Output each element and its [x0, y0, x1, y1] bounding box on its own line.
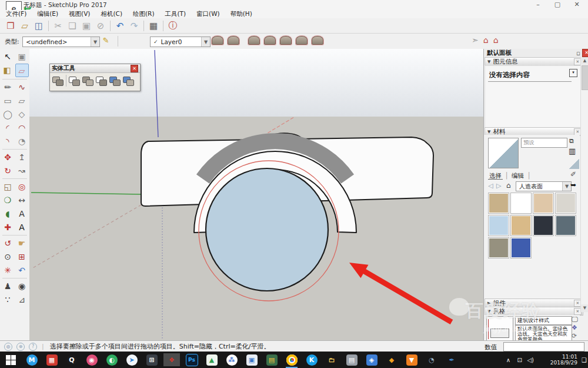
select-cursor-icon[interactable]: ➣ [472, 35, 479, 45]
pie-tool[interactable]: ◔ [16, 135, 28, 147]
new-file-icon[interactable]: ❒ [4, 19, 18, 32]
tape-measure-tool[interactable]: ❍ [2, 194, 14, 206]
chevron-down-icon[interactable]: ▼ [91, 37, 99, 47]
pink-circle-app-icon[interactable]: ◉ [83, 353, 100, 366]
toggle-details-icon[interactable]: ▾ [569, 69, 577, 77]
scroll-down-icon[interactable]: ▼ [581, 304, 588, 312]
scroll-thumb[interactable] [582, 65, 588, 90]
zoom-extents-tool[interactable]: ✳ [2, 264, 14, 276]
push-pull-tool[interactable]: ↥ [16, 151, 28, 163]
cut-icon[interactable]: ✂ [51, 19, 65, 32]
material-swatch[interactable] [488, 215, 509, 236]
three-point-arc-tool[interactable]: ◝ [2, 135, 14, 147]
eyedropper-icon[interactable]: ✐ [570, 170, 576, 178]
photoshop-icon[interactable]: Ps [183, 353, 200, 366]
circles-app-icon[interactable]: ⁂ [223, 353, 240, 366]
layer-dropdown[interactable]: ✓ Layer0▼ [150, 37, 211, 47]
erase-icon[interactable]: ⊘ [93, 19, 108, 32]
eraser-tool[interactable]: ▱ [15, 64, 29, 77]
menu-item-2[interactable]: 视图(V) [68, 10, 91, 18]
redo-icon[interactable]: ↷ [127, 19, 141, 32]
orange-app-icon[interactable]: ◆ [383, 353, 400, 366]
network-icon[interactable]: ⊡ [517, 352, 522, 368]
home-icon[interactable]: ⌂ [506, 181, 511, 190]
pin-icon[interactable]: ▫ [576, 49, 580, 57]
dish-app-icon[interactable]: ◔ [423, 353, 440, 366]
qq-icon[interactable]: Q [64, 353, 80, 366]
menu-item-1[interactable]: 编辑(E) [36, 10, 59, 18]
gray-app-icon[interactable]: ▤ [343, 353, 360, 366]
copy-icon[interactable]: ❏ [65, 19, 79, 32]
print-icon[interactable]: ▦ [146, 19, 161, 32]
forward-icon[interactable]: ▷ [496, 182, 501, 190]
tray-chevron-icon[interactable]: ∧ [506, 352, 510, 368]
arc-tool[interactable]: ◜ [2, 121, 14, 134]
offset-tool[interactable]: ◎ [16, 180, 28, 193]
screenshot-app-icon[interactable]: ▣ [243, 353, 260, 366]
scale-tool[interactable]: ◱ [2, 180, 14, 193]
add-detail-icon[interactable] [296, 36, 308, 45]
circle-tool[interactable]: ◯ [2, 108, 14, 120]
material-swatch[interactable] [510, 215, 532, 236]
file-explorer-icon[interactable]: 🗀 [323, 353, 340, 366]
tray-close-icon[interactable]: ✕ [582, 49, 588, 57]
material-swatch[interactable] [533, 215, 554, 236]
follow-me-tool[interactable]: ↝ [16, 164, 28, 177]
green-landscape-app-icon[interactable]: ▲ [203, 353, 220, 366]
security-shield-icon[interactable]: ▼ [403, 353, 420, 366]
drape-icon[interactable] [280, 36, 292, 45]
components-header[interactable]: ▶ 组件 ✕ [485, 299, 583, 307]
close-button[interactable]: ✕ [570, 1, 584, 9]
rotated-rectangle-tool[interactable]: ▱ [16, 94, 28, 107]
entity-info-header[interactable]: ▼ 图元信息 ✕ [485, 57, 583, 66]
freehand-tool[interactable]: ∿ [16, 81, 28, 93]
from-scratch-icon[interactable] [228, 36, 239, 45]
scroll-up-icon[interactable]: ▲ [581, 57, 588, 65]
action-center-icon[interactable]: ❑ [582, 352, 587, 368]
display-in-model-icon[interactable]: ⧉ [569, 137, 574, 145]
section-plane-tool[interactable]: ⊿ [16, 293, 28, 306]
styles-header[interactable]: ▼ 风格 ✕ [485, 307, 583, 316]
kugou-icon[interactable]: K [303, 353, 320, 366]
rotate-tool[interactable]: ↻ [2, 164, 14, 177]
walk-tool[interactable]: ∵ [2, 293, 14, 306]
thunder-bird-icon[interactable]: ➤ [123, 353, 140, 366]
menu-item-7[interactable]: 帮助(H) [229, 10, 253, 18]
maximize-button[interactable]: ▢ [550, 1, 564, 9]
material-swatch[interactable] [488, 237, 509, 258]
blue-circle-app-icon[interactable]: M [24, 353, 40, 366]
paint-bucket-tool[interactable]: ◧ [1, 64, 14, 76]
material-swatch[interactable] [510, 193, 532, 214]
menu-item-4[interactable]: 绘图(R) [132, 10, 156, 18]
menu-item-3[interactable]: 相机(C) [99, 10, 123, 18]
zoom-window-tool[interactable]: ⊞ [16, 250, 28, 263]
minimize-button[interactable]: – [531, 1, 545, 9]
speaker-icon[interactable]: ◁) [527, 352, 534, 368]
back-icon[interactable]: ◁ [488, 182, 493, 190]
chrome-icon[interactable] [283, 353, 300, 366]
panel-scrollbar[interactable]: ▲ ▼ [580, 57, 588, 312]
union-icon[interactable] [82, 75, 93, 86]
make-component-tool[interactable]: ▣ [16, 50, 28, 62]
tab-edit[interactable]: 编辑 [510, 172, 525, 179]
chevron-down-icon[interactable]: ▼ [201, 37, 210, 47]
look-around-tool[interactable]: ◉ [16, 280, 28, 292]
green-swirl-app-icon[interactable]: ◐ [103, 353, 120, 366]
text-tool[interactable]: A [16, 207, 28, 220]
move-tool[interactable]: ✥ [2, 151, 14, 163]
help-icon[interactable]: ? [29, 343, 37, 351]
material-swatch[interactable] [510, 237, 532, 258]
edit-classifier-icon[interactable]: ✎ [100, 36, 112, 47]
material-swatch[interactable] [555, 215, 576, 236]
axes-tool[interactable]: ✚ [2, 221, 14, 233]
blue-shirt-app-icon[interactable]: ◈ [363, 353, 380, 366]
from-contours-icon[interactable] [212, 36, 223, 45]
two-point-arc-tool[interactable]: ◠ [16, 121, 28, 134]
line-tool[interactable]: ✏ [2, 81, 14, 93]
geolocation-icon[interactable]: ◍ [4, 343, 12, 351]
open-file-icon[interactable]: ▱ [18, 19, 32, 32]
modeling-viewport[interactable] [29, 49, 483, 340]
model-info-icon[interactable]: ⓘ [166, 19, 180, 32]
protractor-tool[interactable]: ◖ [2, 207, 14, 220]
material-swatch[interactable] [533, 193, 554, 214]
